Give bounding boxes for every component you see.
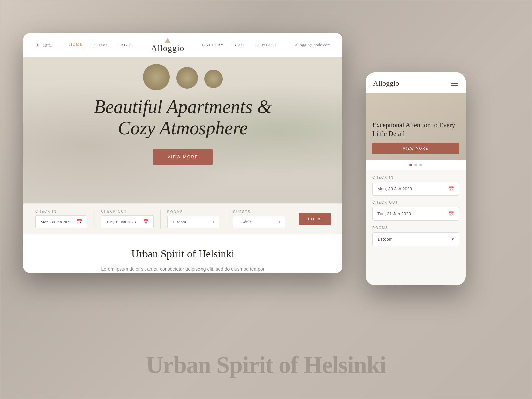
content-title: Urban Spirit of Helsinki xyxy=(50,248,316,260)
nav-gallery[interactable]: GALLERY xyxy=(202,43,224,48)
mobile-hero-heading: Exceptional Attention to Every Little De… xyxy=(372,121,459,138)
mobile-calendar-icon-2: 📅 xyxy=(449,211,454,216)
book-button[interactable]: BOOK xyxy=(299,213,331,225)
hero-heading: Beautiful Apartments & Cozy Atmosphere xyxy=(94,96,272,139)
dot-2[interactable] xyxy=(414,164,417,166)
chevron-down-icon-2: ▾ xyxy=(279,220,280,224)
nav-pages[interactable]: PAGES xyxy=(118,43,133,48)
wall-circle-large xyxy=(143,64,170,90)
hero-text-block: Beautiful Apartments & Cozy Atmosphere V… xyxy=(94,96,272,165)
slider-dots xyxy=(366,160,466,170)
dot-3[interactable] xyxy=(419,164,422,166)
mobile-mockup: Alloggio Exceptional Attention to Every … xyxy=(366,72,466,285)
guests-field: GUESTS: 1 Adult ▾ xyxy=(226,210,292,228)
calendar-icon: 📅 xyxy=(77,219,82,225)
guests-select[interactable]: 1 Adult ▾ xyxy=(233,216,285,228)
nav-home[interactable]: HOME xyxy=(69,42,83,48)
nav-links-right: GALLERY BLOG CONTACT xyxy=(202,43,278,48)
nav-contact[interactable]: CONTACT xyxy=(255,43,277,48)
checkin-input[interactable]: Mon, 30 Jan 2023 📅 xyxy=(35,215,87,228)
mobile-checkin-field: CHECK-IN Mon, 30 Jan 2023 📅 xyxy=(372,176,459,196)
content-section: Urban Spirit of Helsinki Lorem ipsum dol… xyxy=(23,234,342,273)
nav-blog[interactable]: BLOG xyxy=(233,43,246,48)
checkout-input[interactable]: Tue, 31 Jan 2023 📅 xyxy=(101,215,153,228)
mobile-rooms-select[interactable]: 1 Room ▾ xyxy=(372,232,459,246)
hero-view-more-button[interactable]: VIEW MORE xyxy=(153,149,213,165)
rooms-field: ROOMS 1 Room ▾ xyxy=(161,210,226,228)
nav-weather: ☀ 10°C xyxy=(35,42,52,48)
mobile-logo: Alloggio xyxy=(373,79,399,88)
rooms-label: ROOMS xyxy=(167,210,219,214)
desktop-logo: Alloggio xyxy=(151,38,184,53)
hamburger-line-2 xyxy=(451,83,458,84)
wall-circle-small xyxy=(204,70,223,88)
checkout-label: CHECK-OUT xyxy=(101,210,153,213)
hamburger-line-1 xyxy=(451,81,458,81)
mobile-checkout-label: CHECK-OUT xyxy=(372,201,459,204)
content-text: Lorem ipsum dolor sit amet, consectetur … xyxy=(100,265,266,273)
mobile-checkout-field: CHECK-OUT Tue, 31 Jan 2023 📅 xyxy=(372,201,459,221)
checkout-field: CHECK-OUT Tue, 31 Jan 2023 📅 xyxy=(94,210,160,228)
mobile-checkout-input[interactable]: Tue, 31 Jan 2023 📅 xyxy=(372,207,459,221)
checkin-label: CHECK-IN xyxy=(35,210,87,213)
mobile-checkin-label: CHECK-IN xyxy=(372,176,459,179)
mobile-chevron-down-icon: ▾ xyxy=(452,237,454,242)
mobile-hero: Exceptional Attention to Every Little De… xyxy=(366,93,466,160)
mobile-navbar: Alloggio xyxy=(366,72,466,93)
checkin-field: CHECK-IN Mon, 30 Jan 2023 📅 xyxy=(35,210,94,228)
desktop-mockup: ☀ 10°C HOME ROOMS PAGES Alloggio GALLERY… xyxy=(23,33,342,273)
mobile-checkin-input[interactable]: Mon, 30 Jan 2023 📅 xyxy=(372,182,459,196)
nav-email: alloggio@qode.com xyxy=(295,43,331,48)
mobile-booking-form: CHECK-IN Mon, 30 Jan 2023 📅 CHECK-OUT Tu… xyxy=(366,170,466,257)
calendar-icon-2: 📅 xyxy=(143,219,149,225)
nav-links: HOME ROOMS PAGES xyxy=(69,42,133,48)
sun-icon: ☀ xyxy=(35,42,40,48)
mobile-rooms-field: ROOMS 1 Room ▾ xyxy=(372,226,459,246)
background-text: Urban Spirit of Helsinki xyxy=(146,351,386,379)
logo-triangle xyxy=(164,38,171,43)
desktop-hero: Beautiful Apartments & Cozy Atmosphere V… xyxy=(23,57,342,203)
desktop-navbar: ☀ 10°C HOME ROOMS PAGES Alloggio GALLERY… xyxy=(23,33,342,57)
rooms-select[interactable]: 1 Room ▾ xyxy=(167,216,219,228)
mobile-hero-text: Exceptional Attention to Every Little De… xyxy=(372,121,459,154)
booking-bar: CHECK-IN Mon, 30 Jan 2023 📅 CHECK-OUT Tu… xyxy=(23,203,342,234)
dot-1[interactable] xyxy=(409,164,412,166)
wall-circle-medium xyxy=(176,67,198,89)
hamburger-menu-button[interactable] xyxy=(451,81,458,86)
mobile-calendar-icon-1: 📅 xyxy=(449,186,454,191)
temperature: 10°C xyxy=(43,43,52,48)
mobile-rooms-label: ROOMS xyxy=(372,226,459,230)
mobile-view-more-button[interactable]: VIEW MORE xyxy=(372,143,459,154)
chevron-down-icon: ▾ xyxy=(213,220,214,224)
guests-label: GUESTS: xyxy=(233,210,285,214)
hamburger-line-3 xyxy=(451,85,458,86)
wall-decor xyxy=(143,64,223,90)
nav-rooms[interactable]: ROOMS xyxy=(92,43,109,48)
